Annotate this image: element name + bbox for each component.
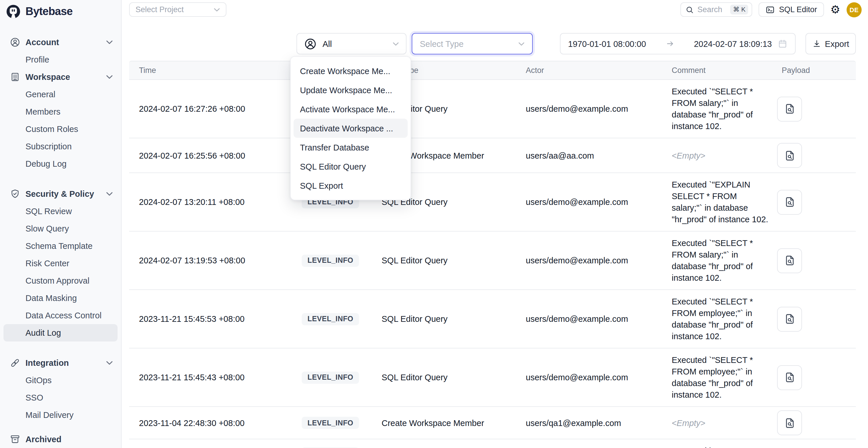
cell-actor: users/demo@example.com xyxy=(526,314,672,324)
sidebar-item-members[interactable]: Members xyxy=(0,103,121,120)
export-button[interactable]: Export xyxy=(805,33,856,55)
menu-item-transfer-database[interactable]: Transfer Database xyxy=(291,138,410,157)
audit-level-badge: LEVEL_INFO xyxy=(302,254,359,266)
sidebar-item-risk-center[interactable]: Risk Center xyxy=(0,255,121,272)
sidebar-item-custom-roles[interactable]: Custom Roles xyxy=(0,120,121,138)
sidebar-item-general[interactable]: General xyxy=(0,86,121,103)
download-icon xyxy=(812,39,821,48)
sidebar-group-label: Account xyxy=(26,38,106,47)
link-icon xyxy=(10,358,20,368)
search-input[interactable]: Search ⌘ K xyxy=(681,2,752,17)
cell-comment: Executed `"SELECT * FROM salary;"` in da… xyxy=(672,80,777,138)
view-payload-button[interactable] xyxy=(777,365,802,390)
table-row: 2024-02-07 16:25:56 +08:00 LEVEL_INFO Cr… xyxy=(129,138,856,173)
view-payload-button[interactable] xyxy=(777,96,802,121)
sidebar-group-label: Security & Policy xyxy=(26,189,106,198)
gear-icon[interactable]: ⚙ xyxy=(830,4,840,15)
view-payload-button[interactable] xyxy=(777,248,802,273)
audit-log-table: Time Audit Level Audit Type Actor Commen… xyxy=(129,61,856,448)
view-payload-button[interactable] xyxy=(777,410,802,435)
avatar[interactable]: DE xyxy=(846,2,862,17)
sidebar-item-mail-delivery[interactable]: Mail Delivery xyxy=(0,406,121,424)
search-icon xyxy=(686,5,694,13)
menu-item-create-workspace-member[interactable]: Create Workspace Me... xyxy=(291,61,410,81)
cell-time: 2024-02-07 16:25:56 +08:00 xyxy=(139,151,302,160)
sidebar-item-sql-review[interactable]: SQL Review xyxy=(0,202,121,220)
view-payload-button[interactable] xyxy=(777,307,802,331)
bytebase-logo-icon xyxy=(6,4,21,19)
menu-item-update-workspace-member[interactable]: Update Workspace Me... xyxy=(291,81,410,100)
app-logo[interactable]: Bytebase xyxy=(0,0,121,20)
cell-payload xyxy=(777,96,856,121)
audit-level-badge: LEVEL_INFO xyxy=(302,313,359,325)
sidebar-item-workspace[interactable]: Workspace xyxy=(0,68,121,86)
sidebar-nav: Account Profile Workspace General Member… xyxy=(0,34,121,448)
file-search-icon xyxy=(784,103,795,115)
sidebar-item-audit-log[interactable]: Audit Log xyxy=(3,324,118,342)
sidebar-item-custom-approval[interactable]: Custom Approval xyxy=(0,272,121,289)
view-payload-button[interactable] xyxy=(777,190,802,215)
sidebar-item-data-access-control[interactable]: Data Access Control xyxy=(0,307,121,324)
sidebar-item-archived[interactable]: Archived xyxy=(0,430,121,448)
file-search-icon xyxy=(784,255,795,266)
cell-comment: Executed `"SELECT * FROM employee;"` in … xyxy=(672,348,777,406)
menu-item-deactivate-workspace-member[interactable]: Deactivate Workspace ... xyxy=(293,119,408,138)
sidebar: Bytebase Account Profile Workspace Gen xyxy=(0,0,122,448)
cell-payload xyxy=(777,248,856,273)
sidebar-group-label: Archived xyxy=(26,435,113,444)
type-filter-select[interactable]: Select Type xyxy=(412,33,533,55)
sidebar-item-profile[interactable]: Profile xyxy=(0,51,121,68)
actor-filter-select[interactable]: All xyxy=(297,33,406,55)
search-placeholder: Search xyxy=(698,5,730,14)
actor-filter-value: All xyxy=(322,39,393,48)
cell-payload xyxy=(777,307,856,331)
cell-comment: Executed `"SELECT * FROM employee;"` in … xyxy=(672,290,777,348)
bytebase-app: Bytebase Account Profile Workspace Gen xyxy=(0,0,868,448)
menu-item-sql-export[interactable]: SQL Export xyxy=(291,176,410,195)
cell-audit-level: LEVEL_INFO xyxy=(302,439,381,448)
sidebar-group-label: Workspace xyxy=(26,72,106,82)
menu-item-activate-workspace-member[interactable]: Activate Workspace Me... xyxy=(291,100,410,119)
project-select[interactable]: Select Project xyxy=(129,2,226,17)
chevron-down-icon xyxy=(518,41,525,46)
cell-time: 2023-11-21 15:45:53 +08:00 xyxy=(139,314,302,324)
table-row: 2024-02-07 16:27:26 +08:00 LEVEL_INFO SQ… xyxy=(129,80,856,138)
sidebar-item-subscription[interactable]: Subscription xyxy=(0,138,121,155)
chevron-down-icon xyxy=(106,192,113,196)
chevron-down-icon xyxy=(106,40,113,44)
cell-payload xyxy=(777,410,856,435)
calendar-icon[interactable] xyxy=(778,39,787,49)
sidebar-item-schema-template[interactable]: Schema Template xyxy=(0,237,121,255)
sidebar-item-account[interactable]: Account xyxy=(0,34,121,51)
sidebar-item-integration[interactable]: Integration xyxy=(0,354,121,372)
col-time: Time xyxy=(139,66,302,75)
sidebar-group-label: Integration xyxy=(26,358,106,367)
date-from-value[interactable]: 1970-01-01 08:00:00 xyxy=(568,39,646,48)
sidebar-item-gitops[interactable]: GitOps xyxy=(0,372,121,389)
cell-audit-type: SQL Editor Query xyxy=(381,373,526,382)
sidebar-item-sso[interactable]: SSO xyxy=(0,389,121,406)
table-header: Time Audit Level Audit Type Actor Commen… xyxy=(129,61,856,80)
date-range-picker[interactable]: 1970-01-01 08:00:00 2024-02-07 18:09:13 xyxy=(560,33,796,55)
sidebar-item-slow-query[interactable]: Slow Query xyxy=(0,220,121,237)
view-payload-button[interactable] xyxy=(777,143,802,168)
table-row: 2024-02-07 13:19:53 +08:00 LEVEL_INFO SQ… xyxy=(129,231,856,290)
user-icon xyxy=(10,37,20,47)
sql-editor-button[interactable]: SQL Editor xyxy=(759,2,824,17)
top-bar: Select Project Search ⌘ K SQL Editor ⚙ D… xyxy=(122,0,868,20)
cell-actor: users/demo@example.com xyxy=(526,256,672,265)
menu-item-sql-editor-query[interactable]: SQL Editor Query xyxy=(291,157,410,176)
type-filter-placeholder: Select Type xyxy=(420,39,518,48)
cell-time: 2023-11-21 15:45:43 +08:00 xyxy=(139,373,302,382)
sidebar-item-data-masking[interactable]: Data Masking xyxy=(0,289,121,307)
file-search-icon xyxy=(784,417,795,428)
terminal-icon xyxy=(766,5,775,14)
sidebar-item-security-policy[interactable]: Security & Policy xyxy=(0,185,121,202)
sidebar-item-debug-log[interactable]: Debug Log xyxy=(0,155,121,172)
chevron-down-icon xyxy=(106,75,113,79)
chevron-down-icon xyxy=(393,41,399,46)
cell-payload xyxy=(777,143,856,168)
date-to-value[interactable]: 2024-02-07 18:09:13 xyxy=(694,39,772,48)
project-select-placeholder: Select Project xyxy=(135,5,214,14)
cell-audit-type: Create Workspace Member xyxy=(381,418,526,427)
